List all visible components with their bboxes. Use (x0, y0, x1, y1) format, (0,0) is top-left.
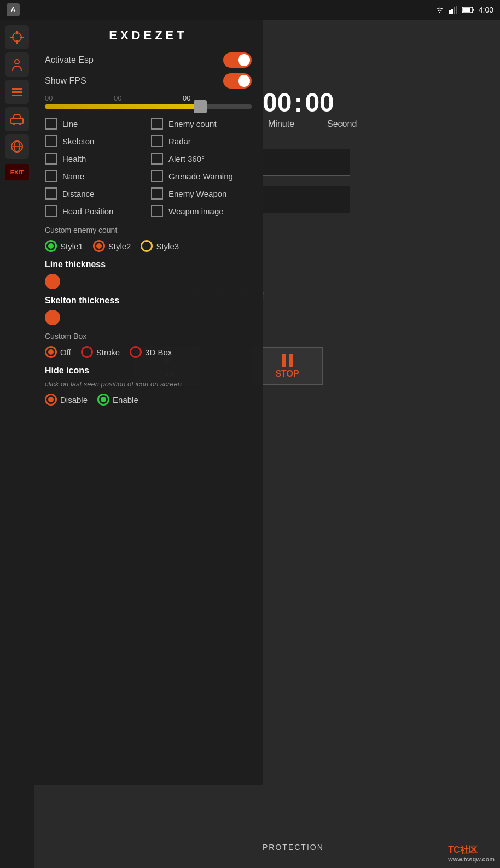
slider-track[interactable] (45, 104, 252, 109)
style2-radio[interactable] (93, 240, 105, 252)
custom-box-stroke[interactable]: Stroke (81, 346, 120, 358)
slider-numbers: 00 00 00 (45, 94, 252, 102)
sidebar-icon-crosshair[interactable] (5, 25, 29, 49)
slider-row: 00 00 00 (45, 94, 252, 109)
app-icon: A (7, 3, 20, 16)
style3-label: Style3 (156, 242, 179, 251)
checkbox-radar-label: Radar (168, 137, 191, 146)
checkbox-enemy-count-label: Enemy count (168, 119, 217, 128)
checkbox-alert360-box[interactable] (151, 153, 163, 165)
style3-radio[interactable] (141, 240, 153, 252)
sidebar-icon-car[interactable] (5, 107, 29, 131)
svg-rect-0 (449, 10, 451, 14)
svg-rect-3 (456, 6, 457, 14)
checkbox-distance-box[interactable] (45, 187, 57, 200)
stop-label: STOP (275, 369, 299, 379)
sidebar-icon-person[interactable] (5, 52, 29, 77)
status-bar: A 4:00 (0, 0, 500, 20)
checkbox-health[interactable]: Health (45, 153, 146, 165)
checkbox-line-box[interactable] (45, 118, 57, 130)
svg-point-18 (19, 123, 21, 125)
wifi-icon (435, 6, 445, 14)
svg-rect-13 (12, 88, 22, 90)
checkbox-distance[interactable]: Distance (45, 187, 146, 200)
skelton-thickness-label: Skelton thickness (45, 296, 252, 306)
checkbox-line[interactable]: Line (45, 118, 146, 130)
exit-button[interactable]: EXIT (5, 164, 29, 180)
checkbox-head-position-box[interactable] (45, 205, 57, 217)
checkbox-name-label: Name (62, 172, 84, 181)
checkbox-radar[interactable]: Radar (151, 135, 252, 147)
skelton-thickness-dot[interactable] (45, 310, 60, 325)
custom-box-off[interactable]: Off (45, 346, 71, 358)
svg-rect-5 (463, 8, 470, 12)
svg-rect-2 (454, 7, 455, 14)
checkbox-weapon-image[interactable]: Weapon image (151, 205, 252, 217)
sidebar-icon-map[interactable] (5, 134, 29, 159)
custom-enemy-count-label: Custom enemy count (45, 226, 252, 234)
hide-icons-group: Disable Enable (45, 394, 252, 406)
custom-box-3d[interactable]: 3D Box (130, 346, 172, 358)
custom-box-stroke-radio[interactable] (81, 346, 93, 358)
status-right: 4:00 (435, 5, 493, 14)
minute-label: Minute (268, 119, 294, 129)
checkbox-skeleton[interactable]: Skeleton (45, 135, 146, 147)
watermark: TC社区 www.tcsqw.com (448, 844, 495, 863)
checkbox-grenade-warning-box[interactable] (151, 170, 163, 182)
checkbox-skeleton-box[interactable] (45, 135, 57, 147)
checkbox-enemy-count-box[interactable] (151, 118, 163, 130)
panel-title: EXDEZET (45, 28, 252, 43)
svg-rect-6 (473, 9, 474, 11)
timer-minutes: 00 (263, 87, 292, 118)
timer-display: 00 : 00 (263, 87, 334, 118)
checkbox-health-box[interactable] (45, 153, 57, 165)
watermark-url: www.tcsqw.com (448, 856, 495, 863)
custom-box-label: Custom Box (45, 332, 252, 341)
checkbox-grenade-warning-label: Grenade Warning (168, 172, 233, 181)
checkbox-enemy-count[interactable]: Enemy count (151, 118, 252, 130)
checkbox-name-box[interactable] (45, 170, 57, 182)
checkbox-enemy-weapon[interactable]: Enemy Weapon (151, 187, 252, 200)
hide-icons-disable[interactable]: Disable (45, 394, 88, 406)
checkbox-weapon-image-label: Weapon image (168, 207, 224, 216)
hide-icons-enable-radio[interactable] (97, 394, 109, 406)
style1-label: Style1 (60, 242, 83, 251)
slider-fill (45, 104, 200, 109)
checkbox-radar-box[interactable] (151, 135, 163, 147)
checkbox-distance-label: Distance (62, 189, 94, 198)
style1-option[interactable]: Style1 (45, 240, 83, 252)
checkbox-weapon-image-box[interactable] (151, 205, 163, 217)
checkbox-enemy-weapon-label: Enemy Weapon (168, 189, 226, 198)
hide-icons-label: Hide icons (45, 366, 252, 376)
custom-box-off-label: Off (60, 348, 71, 357)
line-thickness-dot[interactable] (45, 274, 60, 289)
checkbox-alert360[interactable]: Alert 360° (151, 153, 252, 165)
custom-box-3d-label: 3D Box (145, 348, 172, 357)
custom-box-group: Off Stroke 3D Box (45, 346, 252, 358)
custom-box-off-radio[interactable] (45, 346, 57, 358)
activate-esp-label: Activate Esp (45, 55, 94, 65)
protection-label: PROTECTION (263, 843, 324, 852)
custom-box-3d-radio[interactable] (130, 346, 142, 358)
custom-box-stroke-label: Stroke (96, 348, 120, 357)
checkbox-alert360-label: Alert 360° (168, 154, 205, 163)
hide-icons-disable-radio[interactable] (45, 394, 57, 406)
status-time: 4:00 (479, 5, 493, 14)
checkbox-health-label: Health (62, 154, 86, 163)
show-fps-label: Show FPS (45, 76, 86, 86)
slider-thumb[interactable] (194, 100, 207, 113)
status-left: A (7, 3, 20, 16)
hide-icons-sublabel: click on last seen position of icon on s… (45, 380, 252, 388)
checkbox-name[interactable]: Name (45, 170, 146, 182)
style2-option[interactable]: Style2 (93, 240, 131, 252)
checkbox-enemy-weapon-box[interactable] (151, 187, 163, 200)
checkbox-head-position[interactable]: Head Position (45, 205, 146, 217)
show-fps-toggle[interactable] (223, 73, 252, 89)
activate-esp-toggle[interactable] (223, 52, 252, 68)
second-label: Second (327, 119, 357, 129)
sidebar-icon-list[interactable] (5, 80, 29, 104)
checkbox-grenade-warning[interactable]: Grenade Warning (151, 170, 252, 182)
hide-icons-enable[interactable]: Enable (97, 394, 138, 406)
style1-radio[interactable] (45, 240, 57, 252)
style3-option[interactable]: Style3 (141, 240, 179, 252)
